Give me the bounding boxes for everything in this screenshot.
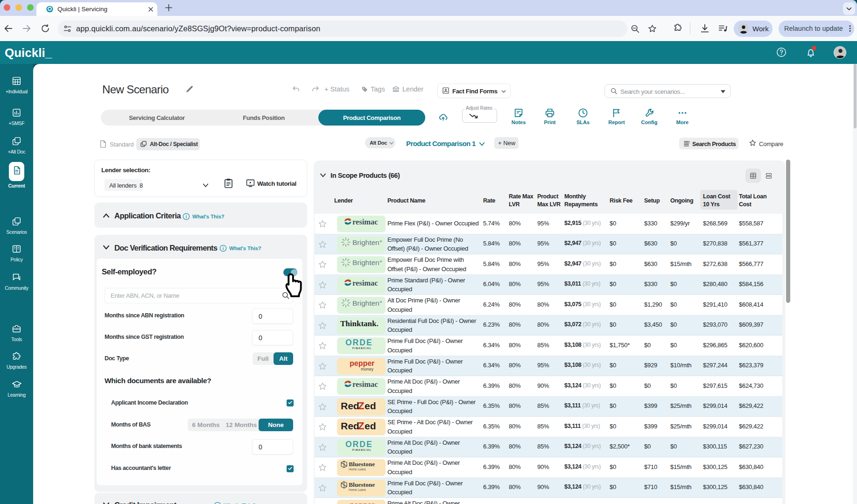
svg-text:resimac: resimac: [352, 380, 378, 389]
svg-text:pepper: pepper: [350, 501, 374, 504]
svg-text:ed: ed: [365, 420, 376, 431]
svg-text:FINANCIAL: FINANCIAL: [352, 347, 372, 350]
svg-text:FINANCIAL: FINANCIAL: [352, 448, 372, 451]
svg-text:Z: Z: [358, 420, 364, 432]
svg-text:Bluestone: Bluestone: [349, 481, 375, 488]
svg-text:Brighten°: Brighten°: [352, 259, 382, 266]
svg-text:Z: Z: [358, 400, 364, 412]
svg-text:resimac: resimac: [352, 217, 378, 226]
svg-text:ed: ed: [365, 400, 376, 411]
svg-text:resimac: resimac: [352, 279, 378, 287]
svg-text:Brighten°: Brighten°: [352, 299, 382, 307]
svg-text:Red: Red: [341, 400, 359, 411]
svg-text:ORDE: ORDE: [345, 440, 373, 449]
svg-text:Brighten°: Brighten°: [352, 238, 382, 246]
svg-text:ORDE: ORDE: [345, 338, 373, 347]
svg-text:pepper: pepper: [350, 359, 374, 367]
svg-text:Thinktank.: Thinktank.: [340, 319, 379, 328]
svg-text:Home Loans: Home Loans: [349, 468, 366, 471]
svg-text:Home Loans: Home Loans: [349, 488, 366, 491]
svg-text:Red: Red: [341, 420, 359, 431]
svg-text:Bluestone: Bluestone: [349, 461, 375, 468]
svg-text:money: money: [361, 367, 374, 371]
